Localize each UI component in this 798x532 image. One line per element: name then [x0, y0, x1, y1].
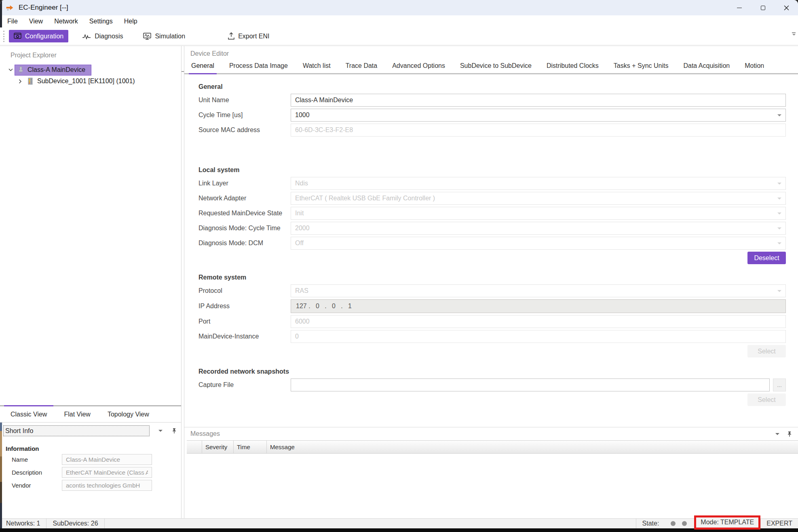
close-icon: [784, 5, 789, 11]
short-info-dropdown-icon[interactable]: [158, 430, 163, 434]
menu-network[interactable]: Network: [49, 16, 84, 27]
toolbar-overflow-icon[interactable]: [792, 32, 796, 37]
tab-process-data-image[interactable]: Process Data Image: [228, 62, 289, 73]
subdevice-label: SubDevice_1001 [EK1100] (1001): [37, 78, 135, 85]
close-button[interactable]: [775, 0, 798, 15]
field-link-layer: Link Layer Ndis: [198, 177, 786, 190]
severity-column-header[interactable]: Severity: [202, 441, 234, 453]
dropdown-arrow-icon: [777, 242, 781, 246]
minimize-button[interactable]: [728, 0, 751, 15]
browse-button[interactable]: ...: [773, 378, 786, 391]
info-description-field: [62, 467, 152, 478]
tab-motion[interactable]: Motion: [744, 62, 765, 73]
cycle-time-label: Cycle Time [us]: [198, 111, 291, 119]
menu-file[interactable]: File: [2, 16, 23, 27]
messages-list: [184, 454, 798, 518]
messages-pin-icon[interactable]: [787, 431, 792, 437]
panel-splitter[interactable]: [182, 46, 184, 518]
title-bar: EC-Engineer [--]: [0, 0, 798, 15]
diag-dcm-select: Off: [291, 237, 786, 250]
state-indicator-icon: [671, 521, 676, 526]
maindevice-icon: [18, 66, 23, 74]
field-unit-name: Unit Name: [198, 94, 786, 107]
diag-cycle-time-label: Diagnosis Mode: Cycle Time: [198, 225, 291, 232]
diag-cycle-time-select: 2000: [291, 222, 786, 235]
chevron-down-icon[interactable]: [6, 68, 15, 71]
maximize-button[interactable]: [751, 0, 775, 15]
tree-selection[interactable]: Class-A MainDevice: [15, 65, 91, 76]
field-requested-state: Requested MainDevice State Init: [198, 207, 786, 220]
info-row-description: Description: [12, 467, 181, 478]
device-editor-panel: Device Editor General Process Data Image…: [184, 46, 798, 518]
tab-flat-view[interactable]: Flat View: [57, 406, 97, 422]
info-row-vendor: Vendor: [12, 480, 181, 491]
info-vendor-field: [62, 480, 152, 491]
protocol-label: Protocol: [198, 287, 291, 294]
splitter-grip[interactable]: [182, 71, 184, 72]
diagnosis-button[interactable]: Diagnosis: [77, 30, 128, 42]
information-heading: Information: [6, 445, 181, 452]
message-column-header[interactable]: Message: [267, 441, 798, 453]
field-maindevice-instance: MainDevice-Instance: [198, 330, 786, 343]
dropdown-arrow-icon: [777, 212, 781, 217]
tab-classic-view[interactable]: Classic View: [4, 406, 53, 422]
snapshots-actions: Select: [198, 393, 786, 406]
menu-help[interactable]: Help: [118, 16, 143, 27]
configuration-label: Configuration: [25, 33, 63, 40]
status-expert[interactable]: EXPERT: [760, 519, 798, 528]
project-explorer-title: Project Explorer: [11, 52, 181, 59]
simulation-button[interactable]: Simulation: [138, 30, 190, 42]
status-right-group: State: Mode: TEMPLATE EXPERT: [636, 519, 798, 528]
snapshots-heading: Recorded network snapshots: [198, 368, 786, 376]
messages-panel: Messages: [184, 427, 798, 518]
deselect-button[interactable]: Deselect: [747, 252, 786, 264]
port-input: [291, 315, 786, 328]
ip-address-field: 127 . 0 . 0 . 1: [291, 299, 786, 313]
maximize-icon: [761, 6, 765, 10]
tab-advanced-options[interactable]: Advanced Options: [391, 62, 446, 73]
diagnosis-label: Diagnosis: [95, 33, 123, 40]
time-column-header[interactable]: Time: [234, 441, 267, 453]
field-cycle-time: Cycle Time [us] 1000: [198, 109, 786, 122]
menu-view[interactable]: View: [23, 16, 49, 27]
cycle-time-select[interactable]: 1000: [291, 109, 786, 122]
network-adapter-select: EtherCAT ( Realtek USB GbE Family Contro…: [291, 192, 786, 205]
tree-row-subdevice[interactable]: SubDevice_1001 [EK1100] (1001): [0, 76, 181, 87]
subdevice-item: SubDevice_1001 [EK1100] (1001): [27, 78, 135, 85]
messages-column-header: Severity Time Message: [187, 440, 798, 454]
export-eni-button[interactable]: Export ENI: [223, 30, 274, 42]
tab-distributed-clocks[interactable]: Distributed Clocks: [546, 62, 600, 73]
field-diag-cycle-time: Diagnosis Mode: Cycle Time 2000: [198, 222, 786, 235]
tab-watch-list[interactable]: Watch list: [302, 62, 331, 73]
dropdown-arrow-icon: [777, 198, 781, 202]
tree-row-maindevice[interactable]: Class-A MainDevice: [0, 64, 181, 76]
tab-topology-view[interactable]: Topology View: [101, 406, 156, 422]
requested-state-label: Requested MainDevice State: [198, 210, 291, 217]
tab-tasks-sync-units[interactable]: Tasks + Sync Units: [613, 62, 669, 73]
unit-name-input[interactable]: [291, 94, 786, 107]
short-info-pin-icon[interactable]: [171, 428, 177, 434]
link-layer-select: Ndis: [291, 177, 786, 190]
chevron-right-icon[interactable]: [16, 79, 24, 84]
configuration-button[interactable]: Configuration: [9, 30, 68, 42]
tab-data-acquisition[interactable]: Data Acquisition: [682, 62, 730, 73]
main-area: Project Explorer Class-A MainDe: [0, 46, 798, 518]
field-ip-address: IP Address 127 . 0 . 0 . 1: [198, 299, 786, 313]
short-info-selector[interactable]: Short Info: [3, 425, 150, 436]
dropdown-arrow-icon: [777, 227, 781, 231]
window-controls: [728, 0, 798, 15]
protocol-select: RAS: [291, 284, 786, 297]
tab-general[interactable]: General: [190, 62, 215, 73]
link-layer-label: Link Layer: [198, 180, 291, 187]
project-explorer-panel: Project Explorer Class-A MainDe: [0, 46, 182, 518]
tab-subdevice-to-subdevice[interactable]: SubDevice to SubDevice: [459, 62, 532, 73]
messages-title: Messages: [190, 430, 220, 437]
toolbar-drag-handle[interactable]: [3, 31, 5, 42]
tab-trace-data[interactable]: Trace Data: [345, 62, 378, 73]
capture-file-input[interactable]: [291, 378, 770, 391]
messages-dropdown-icon[interactable]: [775, 433, 779, 437]
messages-gutter-column: [187, 441, 202, 453]
project-explorer: Project Explorer Class-A MainDe: [0, 46, 181, 405]
menu-settings[interactable]: Settings: [84, 16, 118, 27]
field-network-adapter: Network Adapter EtherCAT ( Realtek USB G…: [198, 192, 786, 205]
